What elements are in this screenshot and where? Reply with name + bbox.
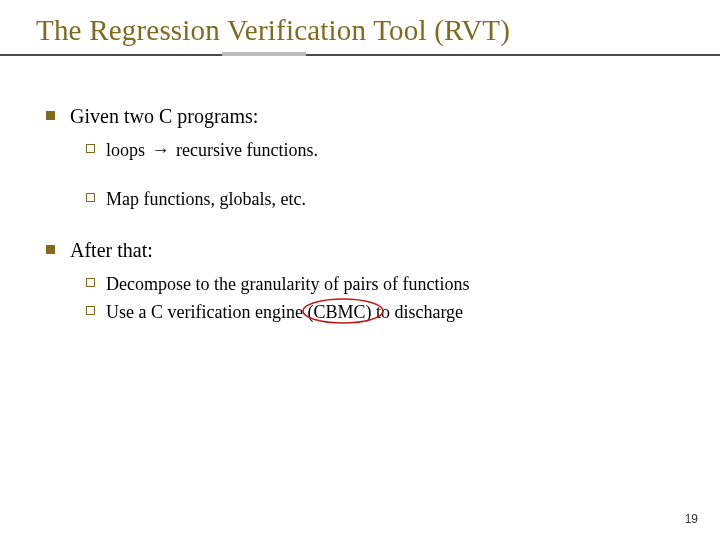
list-item: Decompose to the granularity of pairs of…: [106, 272, 684, 296]
list-item: Given two C programs:: [70, 103, 684, 130]
list-item-text: Map functions, globals, etc.: [106, 189, 306, 209]
title-underline-accent: [222, 52, 306, 56]
spacer: [36, 215, 684, 237]
list-item: Use a C verification engine (CBMC) to di…: [106, 300, 684, 324]
circled-label: (CBMC): [307, 302, 371, 322]
page-number: 19: [685, 512, 698, 526]
list-item-text: recursive functions.: [172, 140, 318, 160]
circled-text: (CBMC): [307, 300, 371, 324]
list-item-text: loops: [106, 140, 150, 160]
list-item-text: to discharge: [371, 302, 463, 322]
title-underline: [0, 54, 720, 56]
list-item-text: Given two C programs:: [70, 105, 258, 127]
list-item: Map functions, globals, etc.: [106, 187, 684, 211]
list-item: After that:: [70, 237, 684, 264]
list-item-text: Decompose to the granularity of pairs of…: [106, 274, 469, 294]
spacer: [36, 167, 684, 183]
list-item-text: Use a C verification engine: [106, 302, 307, 322]
list-item-text: After that:: [70, 239, 153, 261]
slide-body: Given two C programs: loops → recursive …: [36, 103, 684, 324]
slide: The Regression Verification Tool (RVT) G…: [0, 0, 720, 540]
list-item: loops → recursive functions.: [106, 138, 684, 162]
page-title: The Regression Verification Tool (RVT): [36, 14, 684, 47]
arrow-icon: →: [150, 138, 172, 162]
